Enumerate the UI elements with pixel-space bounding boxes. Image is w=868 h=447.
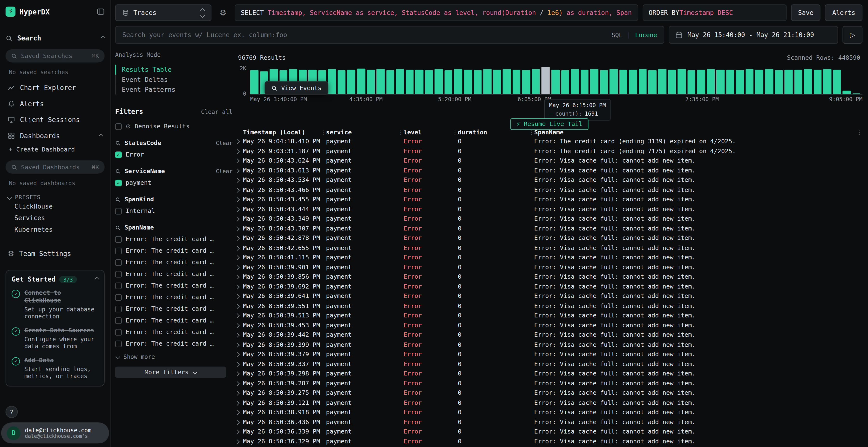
histogram-bar[interactable] <box>328 69 336 94</box>
histogram-bar[interactable] <box>804 69 812 94</box>
table-row[interactable]: May 26 9:03:31.187 PMpaymentError0Error:… <box>236 146 863 156</box>
filter-clear-button[interactable]: Clear <box>216 140 232 146</box>
event-search-box[interactable]: SQL | Lucene <box>115 26 664 44</box>
event-search-input[interactable] <box>122 31 607 39</box>
histogram-bar[interactable] <box>415 69 424 94</box>
row-expand-icon[interactable] <box>236 266 243 269</box>
row-expand-icon[interactable] <box>236 314 243 317</box>
sql-select-editor[interactable]: SELECT Timestamp, ServiceName as service… <box>235 4 638 21</box>
filter-option[interactable]: Error: The credit card … <box>115 329 233 336</box>
mode-lucene-toggle[interactable]: Lucene <box>635 31 657 38</box>
row-expand-icon[interactable] <box>236 420 243 424</box>
histogram-bar[interactable] <box>376 69 384 94</box>
table-row[interactable]: May 26 8:50:39.399 PMpaymentError0Error:… <box>236 340 863 349</box>
row-expand-icon[interactable] <box>236 149 243 153</box>
row-expand-icon[interactable] <box>236 372 243 375</box>
table-row[interactable]: May 26 8:50:39.692 PMpaymentError0Error:… <box>236 282 863 291</box>
column-header-service[interactable]: service <box>326 129 398 136</box>
mode-sql-toggle[interactable]: SQL <box>612 31 623 38</box>
histogram-bar[interactable] <box>833 70 841 94</box>
histogram-bar[interactable] <box>687 70 695 94</box>
table-row[interactable]: May 26 8:50:39.121 PMpaymentError0Error:… <box>236 398 863 408</box>
histogram-bar[interactable] <box>610 69 618 94</box>
histogram-bar[interactable] <box>852 93 860 94</box>
histogram-bar[interactable] <box>503 69 511 94</box>
checkbox[interactable] <box>115 208 122 214</box>
filter-option[interactable]: Error: The credit card … <box>115 305 233 312</box>
histogram-bar[interactable] <box>775 70 783 94</box>
histogram-bar[interactable] <box>745 69 753 94</box>
histogram-bar[interactable] <box>619 70 627 94</box>
row-expand-icon[interactable] <box>236 324 243 327</box>
row-expand-icon[interactable] <box>236 159 243 162</box>
checkbox[interactable] <box>115 340 122 347</box>
histogram-bar[interactable] <box>435 69 443 94</box>
histogram-bar[interactable] <box>668 70 676 94</box>
get-started-header[interactable]: Get Started 3/3 <box>11 275 98 283</box>
get-started-item[interactable]: ✓ Connect to ClickHouse Set up your data… <box>11 289 98 320</box>
row-expand-icon[interactable] <box>236 198 243 201</box>
column-header-timestamp[interactable]: Timestamp (Local) <box>243 129 320 136</box>
histogram-bar[interactable] <box>367 70 375 94</box>
row-expand-icon[interactable] <box>236 295 243 298</box>
row-expand-icon[interactable] <box>236 285 243 288</box>
histogram-bar[interactable] <box>473 70 482 94</box>
histogram-bar[interactable] <box>580 70 588 94</box>
row-expand-icon[interactable] <box>236 430 243 433</box>
histogram-bar[interactable] <box>590 69 598 94</box>
histogram-bar[interactable] <box>726 70 734 94</box>
table-row[interactable]: May 26 8:50:43.534 PMpaymentError0Error:… <box>236 175 863 185</box>
table-row[interactable]: May 26 8:50:36.329 PMpaymentError0Error:… <box>236 437 863 446</box>
table-row[interactable]: May 26 8:50:43.624 PMpaymentError0Error:… <box>236 156 863 166</box>
filter-option[interactable]: ✓ payment <box>115 179 233 186</box>
histogram-bar[interactable] <box>571 69 579 94</box>
table-row[interactable]: May 26 9:04:18.410 PMpaymentError0Error:… <box>236 137 863 146</box>
row-expand-icon[interactable] <box>236 391 243 394</box>
row-expand-icon[interactable] <box>236 188 243 192</box>
mode-event-deltas[interactable]: Event Deltas <box>115 75 233 84</box>
table-row[interactable]: May 26 8:50:39.901 PMpaymentError0Error:… <box>236 262 863 272</box>
table-row[interactable]: May 26 8:50:42.655 PMpaymentError0Error:… <box>236 243 863 253</box>
sidebar-item-alerts[interactable]: Alerts <box>5 96 105 112</box>
histogram-bar[interactable] <box>716 70 724 94</box>
saved-dashboards-input[interactable]: Saved Dashboards ⌘K <box>5 161 105 174</box>
histogram-bar[interactable] <box>678 69 685 94</box>
histogram-bar[interactable] <box>406 70 413 94</box>
team-settings-button[interactable]: ⚙ Team Settings <box>5 249 105 257</box>
chevron-up-icon[interactable] <box>94 277 99 281</box>
histogram-bar[interactable] <box>347 70 355 94</box>
search-icon[interactable] <box>115 140 121 146</box>
checkbox[interactable] <box>115 282 122 289</box>
table-row[interactable]: May 26 8:50:43.349 PMpaymentError0Error:… <box>236 214 863 224</box>
table-row[interactable]: May 26 8:50:39.453 PMpaymentError0Error:… <box>236 320 863 330</box>
alerts-button[interactable]: Alerts <box>825 4 863 21</box>
column-separator[interactable]: ⋮ <box>452 129 458 135</box>
sidebar-item-client-sessions[interactable]: Client Sessions <box>5 112 105 128</box>
row-expand-icon[interactable] <box>236 411 243 414</box>
save-button[interactable]: Save <box>791 4 820 21</box>
checkbox[interactable] <box>115 271 122 277</box>
search-icon[interactable] <box>115 225 121 230</box>
histogram-bar[interactable] <box>843 91 850 94</box>
table-row[interactable]: May 26 8:50:36.339 PMpaymentError0Error:… <box>236 427 863 437</box>
histogram-bar[interactable] <box>484 69 491 94</box>
source-settings-button[interactable]: ⚙ <box>216 4 230 21</box>
histogram-bar[interactable] <box>755 70 763 94</box>
row-expand-icon[interactable] <box>236 169 243 172</box>
table-row[interactable]: May 26 8:50:39.513 PMpaymentError0Error:… <box>236 311 863 320</box>
filter-option[interactable]: Error: The credit card … <box>115 236 233 243</box>
resume-live-tail-button[interactable]: ⚡ Resume Live Tail <box>510 118 589 130</box>
column-separator[interactable]: ⋮ <box>398 129 404 135</box>
row-expand-icon[interactable] <box>236 363 243 366</box>
user-menu[interactable]: D dale@clickhouse.com dale@clickhouse.co… <box>1 422 109 443</box>
histogram-bar[interactable] <box>784 69 792 94</box>
row-expand-icon[interactable] <box>236 333 243 337</box>
filter-option[interactable]: Error: The credit card … <box>115 317 233 324</box>
table-row[interactable]: May 26 8:50:39.275 PMpaymentError0Error:… <box>236 388 863 398</box>
histogram-bar[interactable] <box>338 70 345 94</box>
table-row[interactable]: May 26 8:50:39.298 PMpaymentError0Error:… <box>236 369 863 378</box>
row-expand-icon[interactable] <box>236 353 243 356</box>
checkbox[interactable] <box>115 247 122 254</box>
chevron-up-icon[interactable] <box>100 36 105 40</box>
filter-option[interactable]: Error: The credit card … <box>115 247 233 254</box>
